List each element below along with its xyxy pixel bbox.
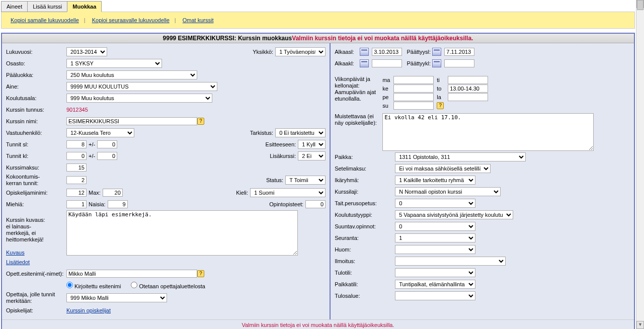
tarkistus-select[interactable]: 0 Ei tarkistettu	[275, 128, 326, 137]
tulosalue-select[interactable]	[395, 291, 475, 300]
naisia-input[interactable]	[108, 200, 128, 208]
alkaasl-input[interactable]	[372, 48, 402, 56]
calendar-icon[interactable]	[360, 48, 369, 56]
tunnit-kl-input[interactable]	[66, 152, 87, 160]
scrollbar[interactable]: ▲ ▼	[636, 0, 644, 329]
help-icon[interactable]: ?	[197, 118, 204, 125]
muistettavaa-label: Muistettavaa (ei näy opiskelijalle):	[335, 113, 382, 126]
link-copy-same-year[interactable]: Kopioi samalle lukuvuodelle	[9, 17, 81, 23]
miehia-input[interactable]	[66, 200, 87, 208]
kurssimaksu-input[interactable]	[66, 163, 87, 172]
lisakurssi-select[interactable]: 2 Ei	[298, 151, 326, 160]
palkkatili-label: Palkkatili:	[335, 281, 395, 287]
la-input[interactable]	[448, 93, 488, 101]
alkaakl-label: Alkaakl:	[335, 60, 360, 66]
tunnit-kl-adj-input[interactable]	[97, 152, 117, 160]
calendar-icon[interactable]	[432, 48, 441, 56]
tab-muokkaa[interactable]: Muokkaa	[67, 1, 102, 12]
ikaryhma-label: Ikäryhmä:	[335, 177, 395, 183]
tulotili-select[interactable]	[395, 268, 475, 277]
kuvaus-link[interactable]: Kuvaus	[6, 250, 25, 256]
ma-input[interactable]	[393, 76, 434, 84]
ilmoitus-select[interactable]	[395, 257, 506, 266]
koulutusala-label: Koulutusala:	[6, 95, 66, 101]
vastuuhenkilo-select[interactable]: 12-Kuusela Tero	[66, 128, 134, 137]
opettaja-tunnit-select[interactable]: 999 Mikko Malli	[66, 293, 167, 302]
osasto-label: Osasto:	[6, 60, 66, 66]
kokoontumis-input[interactable]	[66, 176, 87, 184]
pe-input[interactable]	[393, 93, 434, 101]
muistettavaa-textarea[interactable]: Ei vkolla 42 eli 17.10.	[382, 113, 594, 151]
tab-aineet[interactable]: Aineet	[1, 1, 28, 12]
kieli-select[interactable]: 1 Suomi	[250, 188, 326, 197]
ti-input[interactable]	[448, 76, 488, 84]
tab-lisaa-kurssi[interactable]: Lisää kurssi	[27, 1, 67, 12]
max-label: Max:	[89, 190, 101, 196]
radio-opettajaluettelo[interactable]: Otetaan opettajaluettelosta	[131, 282, 205, 289]
paattyysl-input[interactable]	[444, 48, 474, 56]
tunnit-kl-label: Tunnit kl:	[6, 153, 66, 159]
calendar-icon[interactable]	[360, 59, 369, 67]
kuvaus-label: Kurssin kuvaus: ei lainaus- merkkejä, ei…	[6, 210, 66, 256]
paaluokka-select[interactable]: 250 Muu koulutus	[66, 70, 197, 79]
left-column: Lukuvuosi: 2013-2014 Yksikkö: 1 Työväeno…	[2, 43, 331, 319]
koulutustyyppi-select[interactable]: 5 Vapaana sivistystyönä järjestetty koul…	[395, 210, 513, 219]
tarkistus-label: Tarkistus:	[250, 130, 273, 136]
koulutusala-select[interactable]: 999 Muu koulutus	[66, 94, 212, 103]
tunnit-sl-adj-input[interactable]	[97, 140, 117, 148]
kurssilaji-label: Kurssilaji:	[335, 189, 395, 195]
kurssin-opiskelijat-link[interactable]: Kurssin opiskelijat	[66, 307, 111, 313]
kieli-label: Kieli:	[236, 190, 248, 196]
huom-select[interactable]	[395, 245, 475, 254]
kurssilaji-select[interactable]: N Normaali opiston kurssi	[395, 187, 501, 196]
help-icon[interactable]: ?	[437, 102, 444, 109]
osasto-select[interactable]: 1 SYKSY	[66, 59, 162, 68]
yksikko-select[interactable]: 1 Työväenopisto	[275, 47, 326, 56]
aine-select[interactable]: 9999 MUU KOULUTUS	[66, 82, 217, 91]
link-copy-next-year[interactable]: Kopioi seuraavalle lukuvuodelle	[90, 17, 172, 23]
footer-warning: Valmiin kurssin tietoja ei voi muokata n…	[2, 319, 634, 329]
suuntav-select[interactable]: 0	[395, 222, 475, 231]
miehia-label: Miehiä:	[6, 201, 66, 207]
paikka-select[interactable]: 1311 Opistotalo, 311	[395, 152, 526, 161]
opett-esitenimi-label: Opett.esitenimi(-nimet):	[6, 271, 66, 277]
lukuvuosi-select[interactable]: 2013-2014	[66, 47, 107, 56]
seuranta-select[interactable]: 1	[395, 233, 475, 242]
opintopisteet-input[interactable]	[305, 200, 326, 208]
link-own-courses[interactable]: Omat kurssit	[181, 17, 216, 23]
ke-input[interactable]	[393, 85, 434, 93]
kurssin-nimi-input[interactable]	[66, 117, 197, 125]
scroll-thumb[interactable]	[637, 0, 643, 10]
koulutustyyppi-label: Koulutustyyppi:	[335, 212, 395, 218]
setelimaksu-select[interactable]: Ei voi maksaa sähköisellä setelillä	[395, 164, 491, 173]
tunnit-sl-input[interactable]	[66, 140, 87, 148]
radio-kirjoitettu[interactable]: Kirjoitettu esitenimi	[66, 282, 121, 289]
status-label: Status:	[266, 177, 283, 183]
lisatiedot-link[interactable]: Lisätiedot	[6, 259, 30, 265]
vastuuhenkilo-label: Vastuuhenkilö:	[6, 130, 66, 136]
panel-title: 9999 ESIMERKKIKURSSI: Kurssin muokkausVa…	[2, 34, 634, 43]
opintopisteet-label: Opintopisteet:	[269, 201, 303, 207]
alkaakl-input[interactable]	[372, 59, 402, 67]
scroll-down-icon[interactable]: ▼	[636, 321, 644, 329]
status-select[interactable]: T Toimii	[285, 176, 326, 185]
paattyykl-input[interactable]	[444, 59, 474, 67]
opiskelijaminimi-input[interactable]	[66, 189, 87, 197]
kurssin-nimi-label: Kurssin nimi:	[6, 118, 66, 124]
opett-esitenimi-input[interactable]	[66, 270, 197, 278]
max-input[interactable]	[103, 189, 123, 197]
su-input[interactable]	[393, 102, 434, 110]
calendar-icon[interactable]	[432, 59, 441, 67]
palkkatili-select[interactable]: Tuntipalkat, elämänhallinta	[395, 280, 475, 289]
opiskelijat-label: Opiskelijat:	[6, 307, 66, 313]
ikaryhma-select[interactable]: 1 Kaikille tarkoitettu ryhmä	[395, 176, 475, 185]
tait-select[interactable]: 0	[395, 199, 475, 208]
kuvaus-textarea[interactable]: Käydään läpi esimerkkejä.	[66, 210, 298, 256]
ilmoitus-label: Ilmoitus:	[335, 258, 395, 264]
suuntav-label: Suuntav.opinnot:	[335, 223, 395, 229]
help-icon[interactable]: ?	[197, 270, 204, 277]
esitteeseen-select[interactable]: 1 Kyllä	[298, 140, 326, 149]
kurssimaksu-label: Kurssimaksu:	[6, 164, 66, 171]
to-input[interactable]	[448, 85, 488, 93]
kurssin-tunnus-label: Kurssin tunnus:	[6, 107, 66, 113]
